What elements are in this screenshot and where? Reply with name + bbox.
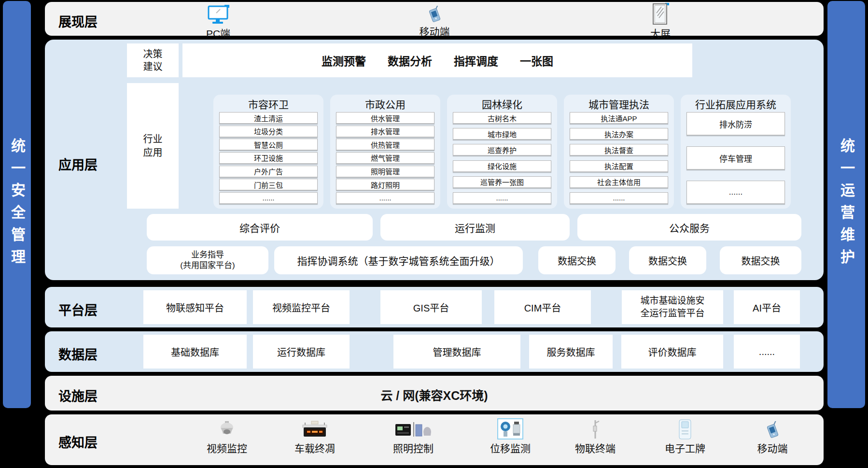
function-command-dispatch: 指挥调度 xyxy=(454,52,498,69)
column-item: 环卫设施 xyxy=(219,152,318,164)
column-item: 古树名木 xyxy=(453,112,551,124)
vehicle-terminal-icon xyxy=(301,417,329,440)
business-guidance-box: 业务指导 (共用国家平台) xyxy=(147,246,268,274)
perception-item-iot-terminal: 物联终端 xyxy=(564,417,627,455)
presentation-item-pc: PC端 xyxy=(194,3,242,40)
data-exchange-box: 数据交换 xyxy=(720,246,801,274)
column-item: 垃圾分类 xyxy=(219,126,318,137)
application-layer-label: 应用层 xyxy=(58,155,98,173)
column-item: 智慧公厕 xyxy=(219,139,318,150)
perception-item-label: 物联终端 xyxy=(575,440,616,455)
column-landscaping: 园林绿化 古树名木 城市绿地 巡查养护 绿化设施 巡管养一张图 ...... xyxy=(447,95,557,209)
presentation-item-label: PC端 xyxy=(206,26,230,40)
presentation-item-bigscreen: 大屏 xyxy=(636,3,685,40)
perception-item-mobile: 移动端 xyxy=(741,417,804,455)
operation-monitoring-box: 运行监测 xyxy=(380,214,570,241)
operation-database-box: 运行数据库 xyxy=(253,335,350,369)
industry-columns: 市容环卫 渣土清运 垃圾分类 智慧公厕 环卫设施 户外广告 门前三包 .....… xyxy=(213,95,792,209)
more-database-box: ...... xyxy=(734,335,800,369)
mobile-icon xyxy=(763,417,782,440)
perception-layer-row: 感知层 视频监控 xyxy=(45,414,824,465)
column-item: 绿化设施 xyxy=(453,160,551,172)
column-item: 执法办案 xyxy=(570,128,668,140)
industry-application-box: 行业 应用 xyxy=(127,83,179,209)
column-item: 社会主体信用 xyxy=(570,176,668,188)
badge-icon xyxy=(677,417,693,440)
column-city-sanitation: 市容环卫 渣土清运 垃圾分类 智慧公厕 环卫设施 户外广告 门前三包 .....… xyxy=(213,95,323,209)
data-layer-row: 数据层 基础数据库 运行数据库 管理数据库 服务数据库 评价数据库 ...... xyxy=(45,331,824,372)
public-service-box: 公众服务 xyxy=(577,214,801,241)
column-item: ...... xyxy=(336,192,434,204)
column-item: 执法督查 xyxy=(570,144,668,156)
cloud-network-text: 云 / 网(兼容XC环境) xyxy=(45,386,824,403)
comprehensive-evaluation-box: 综合评价 xyxy=(147,214,373,241)
column-title: 城市管理执法 xyxy=(570,98,668,112)
command-coordination-box: 指挥协调系统（基于数字城管系统全面升级） xyxy=(274,246,523,274)
perception-item-lighting-control: 照明控制 xyxy=(382,417,445,455)
basic-database-box: 基础数据库 xyxy=(143,335,247,369)
function-monitor-warning: 监测预警 xyxy=(322,52,366,69)
column-title: 园林绿化 xyxy=(453,98,551,112)
column-item: 巡管养一张图 xyxy=(453,176,551,188)
column-item: 门前三包 xyxy=(219,179,318,190)
big-screen-icon xyxy=(652,3,669,25)
architecture-diagram: 统一安全管理 统一运营维护 展现层 PC端 xyxy=(0,0,868,468)
perception-item-label: 移动端 xyxy=(757,440,788,455)
column-urban-law-enforcement: 城市管理执法 执法通APP 执法办案 执法督查 执法配置 社会主体信用 ....… xyxy=(564,95,674,209)
video-surveillance-platform-box: 视频监控平台 xyxy=(253,290,350,324)
management-database-box: 管理数据库 xyxy=(393,335,520,369)
evaluation-database-box: 评价数据库 xyxy=(621,335,723,369)
left-bar-unified-security: 统一安全管理 xyxy=(3,1,31,408)
column-title: 行业拓展应用系统 xyxy=(686,98,785,112)
platform-layer-label: 平台层 xyxy=(58,300,98,319)
column-item: 排水管理 xyxy=(336,126,434,137)
application-layer-row: 应用层 决策 建议 监测预警 数据分析 指挥调度 一张图 行业 应用 市容环卫 … xyxy=(45,40,824,280)
perception-item-video: 视频监控 xyxy=(196,417,258,455)
decision-functions-box: 监测预警 数据分析 指挥调度 一张图 xyxy=(182,43,692,77)
column-item: 执法配置 xyxy=(570,160,668,172)
iot-sensing-platform-box: 物联感知平台 xyxy=(143,290,247,324)
perception-item-label: 电子工牌 xyxy=(665,440,705,455)
column-item: 渣土清运 xyxy=(219,112,318,124)
column-title: 市容环卫 xyxy=(219,98,318,112)
presentation-layer-row: 展现层 PC端 xyxy=(45,2,824,36)
column-title: 市政公用 xyxy=(336,98,434,112)
gis-platform-box: GIS平台 xyxy=(380,290,482,324)
displacement-sensor-icon xyxy=(497,417,523,440)
column-municipal-utilities: 市政公用 供水管理 排水管理 供热管理 燃气管理 照明管理 路灯照明 .....… xyxy=(330,95,440,209)
iot-terminal-icon xyxy=(589,417,601,440)
ai-platform-box: AI平台 xyxy=(734,290,800,324)
perception-item-displacement: 位移监测 xyxy=(479,417,542,455)
perception-item-label: 位移监测 xyxy=(490,440,531,455)
decision-suggestion-box: 决策 建议 xyxy=(127,43,179,77)
column-item: 排水防涝 xyxy=(686,112,785,135)
column-item: 停车管理 xyxy=(686,146,785,170)
facility-layer-row: 设施层 云 / 网(兼容XC环境) xyxy=(45,376,824,411)
perception-item-badge: 电子工牌 xyxy=(654,417,716,455)
column-item: ...... xyxy=(219,192,318,204)
column-item: ...... xyxy=(570,192,668,204)
column-item: 照明管理 xyxy=(336,166,434,177)
column-item: 城市绿地 xyxy=(453,128,551,140)
lighting-control-icon xyxy=(395,417,431,440)
pc-icon xyxy=(207,3,229,25)
platform-layer-row: 平台层 物联感知平台 视频监控平台 GIS平台 CIM平台 城市基础设施安 全运… xyxy=(45,287,824,327)
column-item: ...... xyxy=(686,181,785,204)
column-industry-expansion: 行业拓展应用系统 排水防涝 停车管理 ...... xyxy=(681,95,791,209)
perception-item-label: 照明控制 xyxy=(393,440,434,455)
service-database-box: 服务数据库 xyxy=(529,335,613,369)
column-item: ...... xyxy=(453,192,551,204)
mobile-icon xyxy=(425,3,444,23)
right-bar-unified-operations: 统一运营维护 xyxy=(827,1,865,408)
column-item: 燃气管理 xyxy=(336,152,434,164)
presentation-item-label: 大屏 xyxy=(650,26,671,40)
data-exchange-box: 数据交换 xyxy=(629,246,706,274)
perception-item-label: 车载终凋 xyxy=(294,440,335,455)
presentation-layer-label: 展现层 xyxy=(58,12,98,30)
perception-layer-label: 感知层 xyxy=(58,432,98,451)
column-item: 路灯照明 xyxy=(336,179,434,190)
function-one-map: 一张图 xyxy=(520,52,553,69)
presentation-item-label: 移动端 xyxy=(420,24,450,38)
presentation-item-mobile: 移动端 xyxy=(410,3,459,38)
column-item: 执法通APP xyxy=(570,112,668,124)
